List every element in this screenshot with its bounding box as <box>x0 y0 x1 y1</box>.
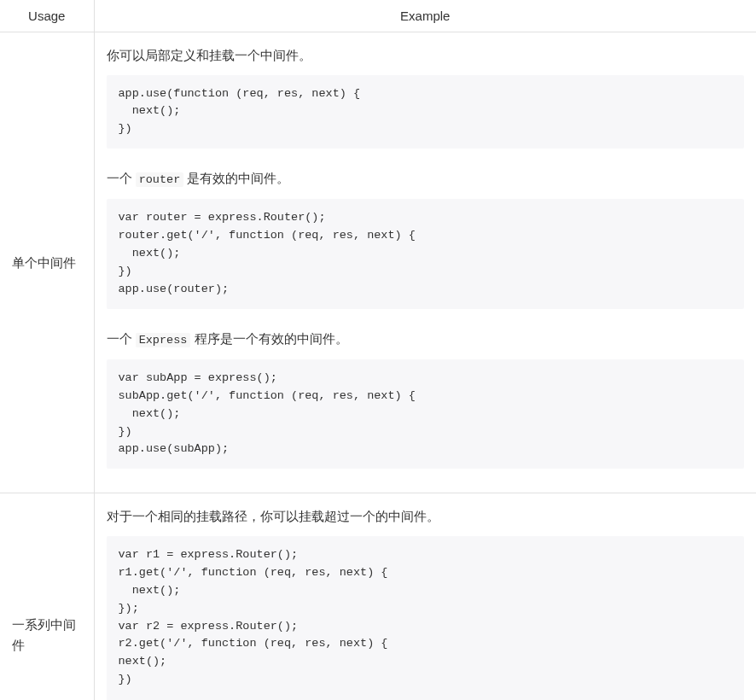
desc-text: 对于一个相同的挂载路径，你可以挂载超过一个的中间件。 <box>107 509 439 523</box>
table-row: 一系列中间件 对于一个相同的挂载路径，你可以挂载超过一个的中间件。 var r1… <box>0 493 756 700</box>
description: 你可以局部定义和挂载一个中间件。 <box>107 44 745 67</box>
code-block: app.use(function (req, res, next) { next… <box>107 75 745 149</box>
description: 一个 Express 程序是一个有效的中间件。 <box>107 328 745 351</box>
code-block: var router = express.Router(); router.ge… <box>107 199 745 309</box>
desc-text: 一个 <box>107 171 136 185</box>
desc-text: 一个 <box>107 331 136 346</box>
usage-cell: 一系列中间件 <box>0 493 94 700</box>
example-cell: 对于一个相同的挂载路径，你可以挂载超过一个的中间件。 var r1 = expr… <box>94 493 756 700</box>
example-section: 一个 router 是有效的中间件。 var router = express.… <box>107 167 745 309</box>
usage-cell: 单个中间件 <box>0 32 94 493</box>
header-example: Example <box>94 0 756 32</box>
table-row: 单个中间件 你可以局部定义和挂载一个中间件。 app.use(function … <box>0 32 756 493</box>
code-block: var r1 = express.Router(); r1.get('/', f… <box>107 536 745 700</box>
description: 对于一个相同的挂载路径，你可以挂载超过一个的中间件。 <box>107 505 745 528</box>
desc-text: 程序是一个有效的中间件。 <box>190 331 347 346</box>
middleware-table: Usage Example 单个中间件 你可以局部定义和挂载一个中间件。 app… <box>0 0 756 700</box>
code-block: var subApp = express(); subApp.get('/', … <box>107 359 745 470</box>
header-usage: Usage <box>0 0 94 32</box>
example-section: 你可以局部定义和挂载一个中间件。 app.use(function (req, … <box>107 44 745 149</box>
example-section: 对于一个相同的挂载路径，你可以挂载超过一个的中间件。 var r1 = expr… <box>107 505 745 700</box>
description: 一个 router 是有效的中间件。 <box>107 167 745 190</box>
inline-code: router <box>136 172 184 187</box>
desc-text: 是有效的中间件。 <box>183 171 289 185</box>
example-cell: 你可以局部定义和挂载一个中间件。 app.use(function (req, … <box>94 32 756 493</box>
desc-text: 你可以局部定义和挂载一个中间件。 <box>107 48 311 62</box>
example-section: 一个 Express 程序是一个有效的中间件。 var subApp = exp… <box>107 328 745 470</box>
inline-code: Express <box>136 333 191 347</box>
